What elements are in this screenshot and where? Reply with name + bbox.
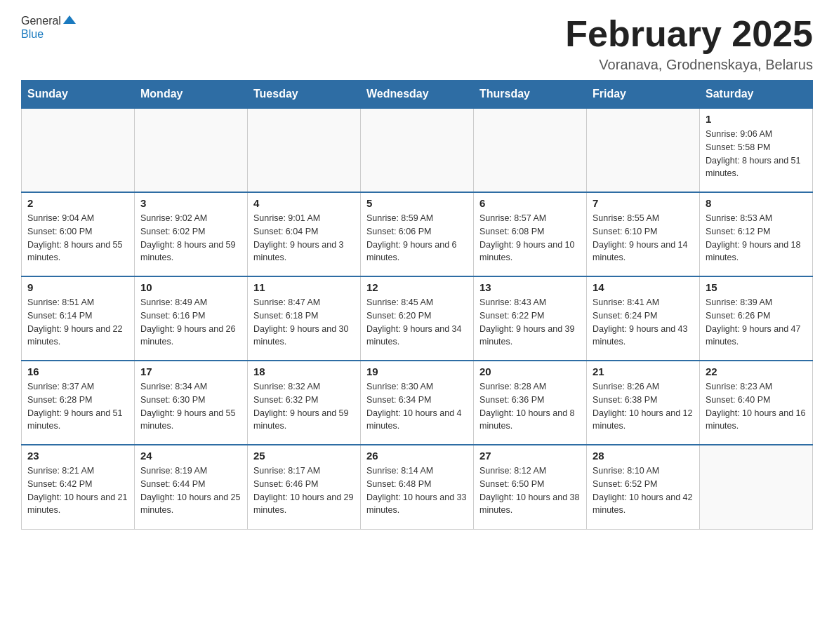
week-row-2: 2Sunrise: 9:04 AMSunset: 6:00 PMDaylight… xyxy=(22,192,813,276)
calendar-cell: 18Sunrise: 8:32 AMSunset: 6:32 PMDayligh… xyxy=(248,361,361,445)
day-number: 4 xyxy=(253,197,355,209)
location-text: Voranava, Grodnenskaya, Belarus xyxy=(565,57,813,73)
day-number: 27 xyxy=(479,450,581,462)
calendar-cell: 7Sunrise: 8:55 AMSunset: 6:10 PMDaylight… xyxy=(587,192,700,276)
calendar-cell: 27Sunrise: 8:12 AMSunset: 6:50 PMDayligh… xyxy=(474,445,587,529)
calendar-cell: 21Sunrise: 8:26 AMSunset: 6:38 PMDayligh… xyxy=(587,361,700,445)
day-info: Sunrise: 8:45 AMSunset: 6:20 PMDaylight:… xyxy=(366,296,468,349)
weekday-header-saturday: Saturday xyxy=(700,81,813,109)
day-number: 9 xyxy=(27,281,128,293)
day-info: Sunrise: 9:02 AMSunset: 6:02 PMDaylight:… xyxy=(140,212,241,264)
calendar-cell xyxy=(361,108,474,192)
day-info: Sunrise: 8:55 AMSunset: 6:10 PMDaylight:… xyxy=(593,212,694,264)
day-number: 14 xyxy=(593,281,694,293)
day-info: Sunrise: 8:53 AMSunset: 6:12 PMDaylight:… xyxy=(706,212,807,264)
day-info: Sunrise: 9:01 AMSunset: 6:04 PMDaylight:… xyxy=(253,212,355,264)
day-number: 2 xyxy=(27,197,128,209)
calendar-cell: 8Sunrise: 8:53 AMSunset: 6:12 PMDaylight… xyxy=(700,192,813,276)
week-row-3: 9Sunrise: 8:51 AMSunset: 6:14 PMDaylight… xyxy=(22,276,813,361)
calendar-cell: 13Sunrise: 8:43 AMSunset: 6:22 PMDayligh… xyxy=(474,276,587,361)
day-number: 20 xyxy=(479,365,581,377)
week-row-5: 23Sunrise: 8:21 AMSunset: 6:42 PMDayligh… xyxy=(22,445,813,529)
day-info: Sunrise: 9:04 AMSunset: 6:00 PMDaylight:… xyxy=(27,212,128,264)
day-number: 6 xyxy=(479,197,581,209)
day-info: Sunrise: 8:14 AMSunset: 6:48 PMDaylight:… xyxy=(366,464,468,517)
day-info: Sunrise: 8:19 AMSunset: 6:44 PMDaylight:… xyxy=(140,464,241,517)
day-info: Sunrise: 8:49 AMSunset: 6:16 PMDaylight:… xyxy=(140,296,241,349)
calendar-cell: 2Sunrise: 9:04 AMSunset: 6:00 PMDaylight… xyxy=(22,192,135,276)
day-info: Sunrise: 8:12 AMSunset: 6:50 PMDaylight:… xyxy=(479,464,581,517)
calendar-cell: 26Sunrise: 8:14 AMSunset: 6:48 PMDayligh… xyxy=(361,445,474,529)
calendar-cell: 5Sunrise: 8:59 AMSunset: 6:06 PMDaylight… xyxy=(361,192,474,276)
weekday-header-wednesday: Wednesday xyxy=(361,81,474,109)
day-info: Sunrise: 9:06 AMSunset: 5:58 PMDaylight:… xyxy=(706,128,807,180)
calendar-cell xyxy=(700,445,813,529)
day-number: 21 xyxy=(593,365,694,377)
weekday-header-sunday: Sunday xyxy=(22,81,135,109)
day-number: 10 xyxy=(140,281,241,293)
day-number: 12 xyxy=(366,281,468,293)
day-info: Sunrise: 8:21 AMSunset: 6:42 PMDaylight:… xyxy=(27,464,128,517)
calendar-cell: 19Sunrise: 8:30 AMSunset: 6:34 PMDayligh… xyxy=(361,361,474,445)
day-info: Sunrise: 8:32 AMSunset: 6:32 PMDaylight:… xyxy=(253,380,355,433)
day-number: 15 xyxy=(706,281,807,293)
calendar-cell: 14Sunrise: 8:41 AMSunset: 6:24 PMDayligh… xyxy=(587,276,700,361)
day-info: Sunrise: 8:47 AMSunset: 6:18 PMDaylight:… xyxy=(253,296,355,349)
calendar-cell: 28Sunrise: 8:10 AMSunset: 6:52 PMDayligh… xyxy=(587,445,700,529)
calendar-cell: 24Sunrise: 8:19 AMSunset: 6:44 PMDayligh… xyxy=(135,445,248,529)
calendar-cell: 6Sunrise: 8:57 AMSunset: 6:08 PMDaylight… xyxy=(474,192,587,276)
day-info: Sunrise: 8:28 AMSunset: 6:36 PMDaylight:… xyxy=(479,380,581,433)
calendar-cell: 17Sunrise: 8:34 AMSunset: 6:30 PMDayligh… xyxy=(135,361,248,445)
day-number: 3 xyxy=(140,197,241,209)
day-number: 11 xyxy=(253,281,355,293)
month-title: February 2025 xyxy=(565,14,813,54)
weekday-header-thursday: Thursday xyxy=(474,81,587,109)
day-info: Sunrise: 8:37 AMSunset: 6:28 PMDaylight:… xyxy=(27,380,128,433)
day-number: 23 xyxy=(27,450,128,462)
weekday-header-friday: Friday xyxy=(587,81,700,109)
day-info: Sunrise: 8:34 AMSunset: 6:30 PMDaylight:… xyxy=(140,380,241,433)
day-number: 1 xyxy=(706,113,807,125)
calendar-cell: 11Sunrise: 8:47 AMSunset: 6:18 PMDayligh… xyxy=(248,276,361,361)
logo: General Blue xyxy=(21,14,76,41)
calendar-cell: 4Sunrise: 9:01 AMSunset: 6:04 PMDaylight… xyxy=(248,192,361,276)
page-header: General Blue February 2025 Voranava, Gro… xyxy=(21,14,813,73)
day-number: 25 xyxy=(253,450,355,462)
day-number: 13 xyxy=(479,281,581,293)
calendar-cell: 1Sunrise: 9:06 AMSunset: 5:58 PMDaylight… xyxy=(700,108,813,192)
calendar-cell: 16Sunrise: 8:37 AMSunset: 6:28 PMDayligh… xyxy=(22,361,135,445)
calendar-cell xyxy=(248,108,361,192)
day-number: 26 xyxy=(366,450,468,462)
calendar-cell: 3Sunrise: 9:02 AMSunset: 6:02 PMDaylight… xyxy=(135,192,248,276)
calendar-cell: 9Sunrise: 8:51 AMSunset: 6:14 PMDaylight… xyxy=(22,276,135,361)
day-info: Sunrise: 8:59 AMSunset: 6:06 PMDaylight:… xyxy=(366,212,468,264)
calendar-cell: 12Sunrise: 8:45 AMSunset: 6:20 PMDayligh… xyxy=(361,276,474,361)
calendar-cell: 20Sunrise: 8:28 AMSunset: 6:36 PMDayligh… xyxy=(474,361,587,445)
calendar-cell xyxy=(135,108,248,192)
calendar-cell: 25Sunrise: 8:17 AMSunset: 6:46 PMDayligh… xyxy=(248,445,361,529)
day-info: Sunrise: 8:41 AMSunset: 6:24 PMDaylight:… xyxy=(593,296,694,349)
calendar-cell: 23Sunrise: 8:21 AMSunset: 6:42 PMDayligh… xyxy=(22,445,135,529)
day-number: 22 xyxy=(706,365,807,377)
calendar-table: SundayMondayTuesdayWednesdayThursdayFrid… xyxy=(21,80,813,530)
calendar-cell xyxy=(587,108,700,192)
day-number: 24 xyxy=(140,450,241,462)
day-info: Sunrise: 8:57 AMSunset: 6:08 PMDaylight:… xyxy=(479,212,581,264)
day-number: 28 xyxy=(593,450,694,462)
calendar-cell: 10Sunrise: 8:49 AMSunset: 6:16 PMDayligh… xyxy=(135,276,248,361)
day-info: Sunrise: 8:39 AMSunset: 6:26 PMDaylight:… xyxy=(706,296,807,349)
weekday-header-row: SundayMondayTuesdayWednesdayThursdayFrid… xyxy=(22,81,813,109)
title-section: February 2025 Voranava, Grodnenskaya, Be… xyxy=(565,14,813,73)
logo-blue-text: Blue xyxy=(21,28,44,41)
day-number: 16 xyxy=(27,365,128,377)
logo-triangle-icon xyxy=(63,14,76,25)
calendar-cell xyxy=(22,108,135,192)
week-row-1: 1Sunrise: 9:06 AMSunset: 5:58 PMDaylight… xyxy=(22,108,813,192)
day-info: Sunrise: 8:30 AMSunset: 6:34 PMDaylight:… xyxy=(366,380,468,433)
calendar-cell: 22Sunrise: 8:23 AMSunset: 6:40 PMDayligh… xyxy=(700,361,813,445)
day-info: Sunrise: 8:51 AMSunset: 6:14 PMDaylight:… xyxy=(27,296,128,349)
day-info: Sunrise: 8:26 AMSunset: 6:38 PMDaylight:… xyxy=(593,380,694,433)
day-number: 17 xyxy=(140,365,241,377)
calendar-cell xyxy=(474,108,587,192)
day-number: 8 xyxy=(706,197,807,209)
